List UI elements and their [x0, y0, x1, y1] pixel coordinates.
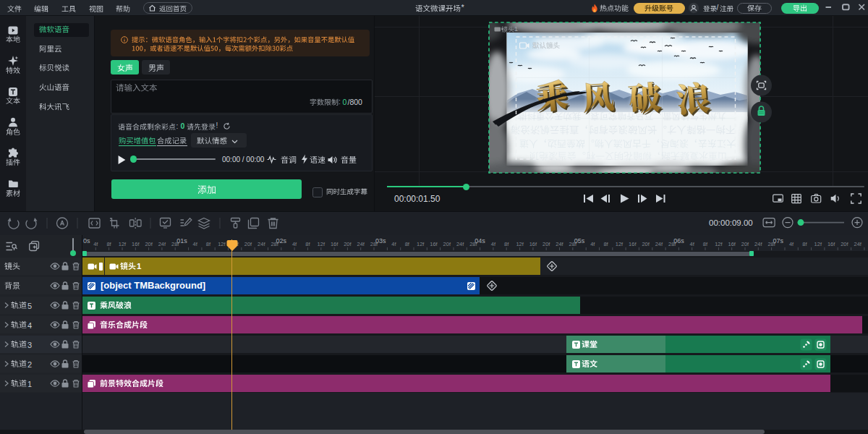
svg-text:4f: 4f	[491, 241, 496, 247]
svg-text:4f: 4f	[193, 241, 198, 247]
svg-text:8f: 8f	[703, 241, 708, 247]
svg-text:24f: 24f	[456, 241, 464, 247]
svg-text:4f: 4f	[93, 241, 98, 247]
svg-text:02s: 02s	[276, 237, 287, 244]
svg-text:16f: 16f	[331, 241, 339, 247]
svg-text:4f: 4f	[690, 241, 695, 247]
svg-text:0s: 0s	[83, 237, 90, 244]
svg-text:20f: 20f	[344, 241, 352, 247]
svg-text:16f: 16f	[529, 241, 537, 247]
svg-text:8f: 8f	[802, 241, 807, 247]
svg-text:20f: 20f	[145, 241, 153, 247]
svg-text:20f: 20f	[841, 241, 848, 247]
svg-text:24f: 24f	[258, 241, 265, 247]
svg-text:4f: 4f	[391, 241, 396, 247]
svg-text:8f: 8f	[603, 241, 608, 247]
svg-text:16f: 16f	[728, 241, 736, 247]
svg-text:24f: 24f	[854, 241, 861, 247]
svg-text:12f: 12f	[318, 241, 326, 247]
svg-text:20f: 20f	[542, 241, 550, 247]
svg-text:20f: 20f	[244, 241, 252, 247]
svg-text:8f: 8f	[504, 241, 509, 247]
svg-text:8f: 8f	[106, 241, 111, 247]
svg-text:16f: 16f	[629, 241, 637, 247]
svg-text:24f: 24f	[357, 241, 365, 247]
svg-text:06s: 06s	[673, 237, 684, 244]
svg-text:16f: 16f	[430, 241, 438, 247]
svg-text:8f: 8f	[305, 241, 310, 247]
svg-text:12f: 12f	[119, 241, 127, 247]
svg-text:24f: 24f	[158, 241, 166, 247]
svg-text:12f: 12f	[218, 241, 226, 247]
svg-text:03s: 03s	[375, 237, 386, 244]
svg-text:12f: 12f	[616, 241, 624, 247]
svg-text:4f: 4f	[590, 241, 595, 247]
svg-text:24f: 24f	[754, 241, 762, 247]
svg-text:05s: 05s	[574, 237, 585, 244]
svg-text:16f: 16f	[827, 241, 835, 247]
svg-text:07s: 07s	[773, 237, 784, 244]
svg-text:12f: 12f	[516, 241, 524, 247]
svg-text:4f: 4f	[292, 241, 297, 247]
svg-text:24f: 24f	[655, 241, 663, 247]
svg-text:12f: 12f	[417, 241, 425, 247]
svg-text:20f: 20f	[642, 241, 650, 247]
svg-text:16f: 16f	[132, 241, 140, 247]
svg-text:01s: 01s	[176, 237, 187, 244]
svg-text:12f: 12f	[814, 241, 822, 247]
svg-text:20f: 20f	[443, 241, 451, 247]
svg-text:4f: 4f	[789, 241, 794, 247]
svg-text:8f: 8f	[405, 241, 410, 247]
svg-text:24f: 24f	[556, 241, 563, 247]
svg-text:12f: 12f	[715, 241, 723, 247]
svg-text:8f: 8f	[206, 241, 211, 247]
svg-text:20f: 20f	[741, 241, 749, 247]
svg-text:04s: 04s	[475, 237, 485, 244]
